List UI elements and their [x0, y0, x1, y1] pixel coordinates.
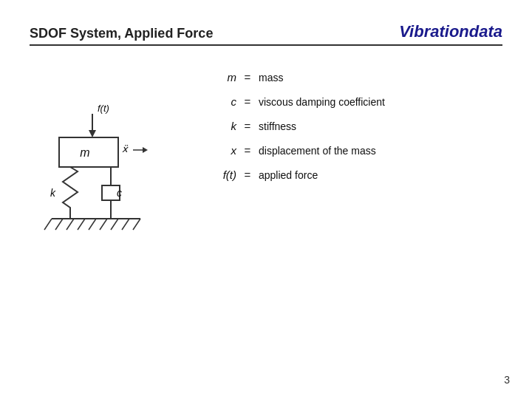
svg-line-9	[133, 219, 140, 230]
svg-text:m: m	[80, 146, 89, 159]
slide-header: SDOF System, Applied Force Vibrationdata	[30, 22, 502, 41]
equals-ft: =	[236, 168, 259, 181]
svg-line-1	[44, 219, 52, 230]
svg-text:ẍ: ẍ	[122, 143, 129, 154]
svg-line-4	[78, 219, 85, 230]
text-x: displacement of the mass	[259, 145, 376, 157]
def-row-ft: f(t) = applied force	[207, 168, 502, 181]
text-ft: applied force	[259, 169, 318, 181]
symbol-ft: f(t)	[207, 168, 236, 181]
svg-marker-22	[89, 130, 96, 137]
slide-page: SDOF System, Applied Force Vibrationdata	[0, 0, 532, 399]
slide-title: SDOF System, Applied Force	[30, 26, 213, 41]
text-k: stiffness	[259, 120, 296, 132]
def-row-x: x = displacement of the mass	[207, 144, 502, 157]
definitions-table: m = mass c = viscous damping coefficient…	[207, 64, 502, 193]
equals-k: =	[236, 120, 259, 132]
symbol-x: x	[207, 144, 236, 157]
svg-line-2	[55, 219, 63, 230]
sdof-diagram: k c m f(t	[30, 71, 177, 233]
diagram-svg: k c m f(t	[30, 71, 177, 233]
header-divider	[30, 44, 502, 46]
brand-title: Vibrationdata	[399, 22, 502, 41]
equals-m: =	[236, 71, 259, 83]
def-row-m: m = mass	[207, 71, 502, 83]
text-m: mass	[259, 72, 283, 83]
symbol-k: k	[207, 120, 236, 132]
symbol-m: m	[207, 71, 236, 83]
equals-c: =	[236, 95, 259, 108]
equals-x: =	[236, 144, 259, 157]
svg-line-7	[111, 219, 118, 230]
svg-text:f(t): f(t)	[98, 103, 109, 114]
main-content: k c m f(t	[30, 64, 502, 233]
page-number: 3	[504, 374, 510, 386]
symbol-c: c	[207, 95, 236, 108]
svg-text:k: k	[50, 187, 56, 199]
svg-line-8	[122, 219, 129, 230]
svg-text:c: c	[117, 187, 122, 199]
svg-line-5	[89, 219, 96, 230]
svg-marker-25	[143, 147, 148, 153]
def-row-c: c = viscous damping coefficient	[207, 95, 502, 108]
def-row-k: k = stiffness	[207, 120, 502, 132]
svg-line-6	[100, 219, 107, 230]
svg-line-3	[66, 219, 74, 230]
text-c: viscous damping coefficient	[259, 96, 385, 108]
